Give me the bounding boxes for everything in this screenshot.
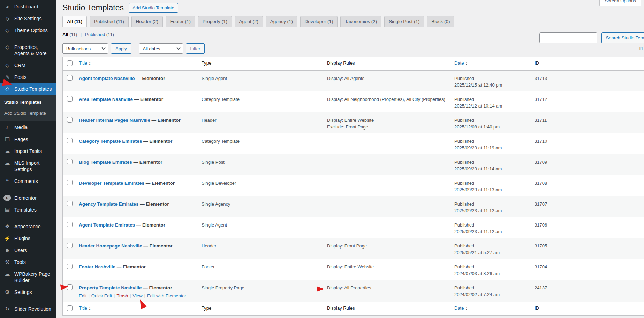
bulk-actions-select[interactable]: Bulk actions — [62, 43, 108, 54]
row-checkbox[interactable] — [67, 159, 73, 164]
sidebar-item[interactable]: ↻ Slider Revolution — [0, 303, 56, 315]
tools-icon: ⚒ — [3, 259, 11, 265]
edit-link[interactable]: Edit — [79, 293, 86, 298]
sidebar-item[interactable]: ◕ Dashboard — [0, 1, 56, 13]
sidebar-item[interactable]: ▦ WP Booking — [0, 315, 56, 318]
filter-tab[interactable]: Property (1) — [198, 16, 232, 27]
sidebar-item[interactable]: E Elementor — [0, 192, 56, 204]
crm-icon: ◇ — [3, 62, 11, 68]
sidebar-menu: ◕ Dashboard ◇ Site Settings ◇ Theme Opti… — [0, 0, 56, 318]
quick-edit-link[interactable]: Quick Edit — [91, 293, 112, 298]
table-row: Agency Template Emirates — Elementor Edi… — [63, 196, 644, 217]
row-checkbox[interactable] — [67, 264, 73, 269]
search-studio-templates-button[interactable]: Search Studio Template — [601, 32, 644, 43]
template-title-link[interactable]: Agent template Nashville — [79, 76, 135, 81]
row-checkbox[interactable] — [67, 201, 73, 206]
id-cell: 31709 — [535, 154, 644, 168]
screen-options-button[interactable]: Screen Options — [599, 0, 641, 6]
row-checkbox[interactable] — [67, 138, 73, 143]
pages-icon: ❐ — [3, 136, 11, 142]
display-rules-cell — [327, 154, 454, 162]
sidebar-item[interactable]: ☁ Import Tasks — [0, 145, 56, 157]
dates-filter-select[interactable]: All dates — [139, 43, 183, 54]
row-checkbox[interactable] — [67, 117, 73, 123]
post-state: — Elementor — [143, 285, 172, 290]
template-title-link[interactable]: Agency Template Emirates — [79, 201, 139, 207]
table-row: Footer Nashville — Elementor Edit|Quick … — [63, 259, 644, 280]
sort-date-link[interactable]: Date — [454, 60, 464, 66]
template-title-link[interactable]: Blog Template Emirates — [79, 160, 132, 165]
post-state: — Elementor — [134, 97, 163, 102]
filter-tab[interactable]: Single Post (1) — [384, 16, 424, 27]
date-cell: Published 2025/05/21 at 5:27 am — [454, 238, 535, 259]
sidebar-item[interactable]: ◇ Theme Options — [0, 24, 56, 36]
sidebar-item[interactable]: ◇ CRM — [0, 59, 56, 71]
filter-tab[interactable]: All (11) — [62, 16, 87, 27]
sidebar-item[interactable]: Studio Templates — [0, 95, 56, 108]
template-title-link[interactable]: Category Template Emirates — [79, 139, 142, 144]
filter-tab[interactable]: Agent (2) — [235, 16, 263, 27]
sidebar-item[interactable]: ⚒ Tools — [0, 256, 56, 268]
display-rules-header: Display Rules — [327, 302, 454, 314]
select-all-checkbox[interactable] — [67, 305, 73, 311]
sidebar-item[interactable]: ◇ Site Settings — [0, 13, 56, 24]
type-header: Type — [202, 57, 327, 69]
sidebar-item-label: Import Tasks — [14, 148, 42, 154]
sort-title-link[interactable]: Title — [79, 305, 87, 311]
sidebar-item[interactable]: ⚙ Settings — [0, 286, 56, 298]
sidebar-item-label: Studio Templates — [4, 99, 41, 105]
search-input[interactable] — [539, 32, 597, 43]
id-cell: 31712 — [535, 91, 644, 105]
sidebar-item[interactable]: ⚡ Plugins — [0, 232, 56, 244]
apply-button[interactable]: Apply — [111, 43, 131, 54]
row-checkbox[interactable] — [67, 75, 73, 81]
template-title-link[interactable]: Agent Template Emirates — [79, 222, 135, 228]
sidebar-item[interactable]: ❝ Comments — [0, 175, 56, 187]
template-title-link[interactable]: Property Template Nashville — [79, 285, 142, 290]
id-cell: 31708 — [535, 175, 644, 189]
filter-button[interactable]: Filter — [186, 43, 205, 54]
content-area: Screen Options Studio Templates Add Stud… — [56, 2, 644, 318]
sidebar-item[interactable]: ▤ Templates — [0, 204, 56, 216]
template-title-link[interactable]: Area Template Nashville — [79, 97, 133, 102]
filter-all-link[interactable]: All — [62, 32, 68, 37]
sidebar-item[interactable]: ☁ MLS Import Settings — [0, 157, 56, 175]
row-checkbox[interactable] — [67, 96, 73, 102]
template-title-link[interactable]: Footer Nashville — [79, 264, 115, 269]
display-rules-cell: Display: All Neighborhood (Properties), … — [327, 91, 454, 105]
sidebar-item[interactable]: ❖ Appearance — [0, 221, 56, 232]
display-rules-cell — [327, 196, 454, 204]
filter-tab[interactable]: Agency (1) — [266, 16, 297, 27]
row-checkbox[interactable] — [67, 222, 73, 227]
filter-tab[interactable]: Taxonomies (2) — [340, 16, 381, 27]
sort-title-link[interactable]: Title — [79, 60, 87, 66]
filter-tab[interactable]: Block (0) — [427, 16, 454, 27]
sidebar-item[interactable]: ☁ WPBakery Page Builder — [0, 268, 56, 286]
table-row: Developer Template Emirates — Elementor … — [63, 175, 644, 196]
trash-link[interactable]: Trash — [116, 293, 128, 298]
template-title-link[interactable]: Header Homepage Nashville — [79, 243, 142, 249]
filter-tab[interactable]: Footer (1) — [166, 16, 195, 27]
sidebar-item[interactable]: ♪ Media — [0, 121, 56, 133]
edit-with-elementor-link[interactable]: Edit with Elementor — [147, 293, 186, 298]
select-all-checkbox[interactable] — [67, 60, 73, 66]
id-cell: 31713 — [535, 71, 644, 84]
add-studio-template-button[interactable]: Add Studio Template — [129, 3, 178, 13]
sidebar-item[interactable]: ◇ Properties, Agents & More — [0, 41, 56, 59]
filter-tab[interactable]: Published (11) — [90, 16, 129, 27]
id-cell: 31705 — [535, 238, 644, 252]
row-checkbox[interactable] — [67, 243, 73, 248]
filter-tab[interactable]: Developer (1) — [300, 16, 338, 27]
id-cell: 31704 — [535, 259, 644, 273]
filter-tab[interactable]: Header (2) — [131, 16, 163, 27]
sidebar-item[interactable]: Add Studio Template — [0, 108, 56, 121]
sidebar-item[interactable]: ☻ Users — [0, 244, 56, 256]
sidebar-item[interactable]: ❐ Pages — [0, 133, 56, 145]
sort-date-link[interactable]: Date — [454, 305, 464, 311]
template-title-link[interactable]: Developer Template Emirates — [79, 180, 144, 186]
filter-published-link[interactable]: Published — [85, 32, 105, 37]
template-title-link[interactable]: Header Internal Pages Nashville — [79, 118, 150, 123]
view-link[interactable]: View — [133, 293, 143, 298]
row-checkbox[interactable] — [67, 180, 73, 185]
dashboard-icon: ◕ — [3, 3, 11, 10]
